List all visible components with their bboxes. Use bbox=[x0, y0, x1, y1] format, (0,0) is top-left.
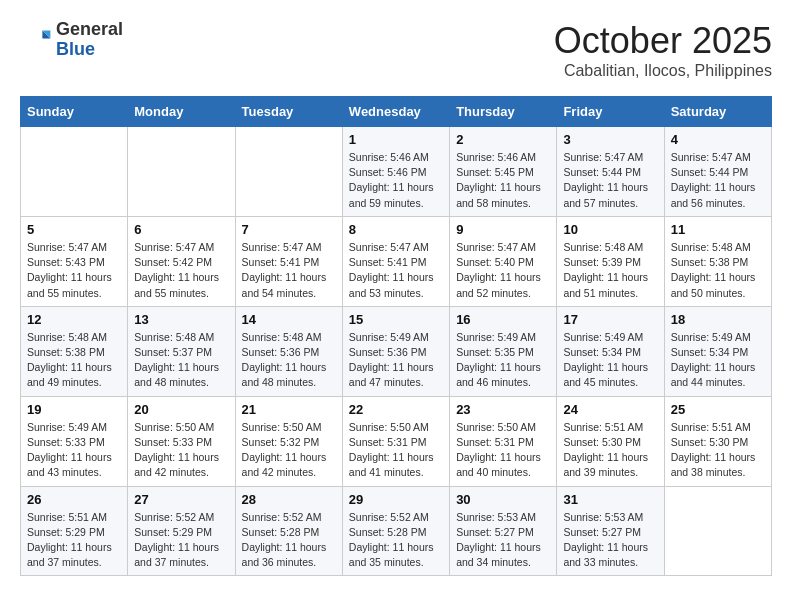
calendar-cell: 19Sunrise: 5:49 AMSunset: 5:33 PMDayligh… bbox=[21, 396, 128, 486]
calendar-cell bbox=[664, 486, 771, 576]
day-info: Sunrise: 5:49 AMSunset: 5:36 PMDaylight:… bbox=[349, 330, 443, 391]
day-info: Sunrise: 5:53 AMSunset: 5:27 PMDaylight:… bbox=[563, 510, 657, 571]
day-number: 4 bbox=[671, 132, 765, 147]
calendar-cell: 24Sunrise: 5:51 AMSunset: 5:30 PMDayligh… bbox=[557, 396, 664, 486]
day-info: Sunrise: 5:49 AMSunset: 5:33 PMDaylight:… bbox=[27, 420, 121, 481]
day-info: Sunrise: 5:52 AMSunset: 5:29 PMDaylight:… bbox=[134, 510, 228, 571]
calendar-cell: 14Sunrise: 5:48 AMSunset: 5:36 PMDayligh… bbox=[235, 306, 342, 396]
day-number: 28 bbox=[242, 492, 336, 507]
day-info: Sunrise: 5:46 AMSunset: 5:46 PMDaylight:… bbox=[349, 150, 443, 211]
day-info: Sunrise: 5:47 AMSunset: 5:41 PMDaylight:… bbox=[242, 240, 336, 301]
day-number: 23 bbox=[456, 402, 550, 417]
weekday-header: Sunday bbox=[21, 97, 128, 127]
day-info: Sunrise: 5:49 AMSunset: 5:34 PMDaylight:… bbox=[671, 330, 765, 391]
day-number: 30 bbox=[456, 492, 550, 507]
day-number: 3 bbox=[563, 132, 657, 147]
calendar-cell: 25Sunrise: 5:51 AMSunset: 5:30 PMDayligh… bbox=[664, 396, 771, 486]
calendar-cell: 7Sunrise: 5:47 AMSunset: 5:41 PMDaylight… bbox=[235, 216, 342, 306]
day-info: Sunrise: 5:49 AMSunset: 5:34 PMDaylight:… bbox=[563, 330, 657, 391]
calendar-cell: 12Sunrise: 5:48 AMSunset: 5:38 PMDayligh… bbox=[21, 306, 128, 396]
day-info: Sunrise: 5:47 AMSunset: 5:44 PMDaylight:… bbox=[563, 150, 657, 211]
day-number: 11 bbox=[671, 222, 765, 237]
day-number: 12 bbox=[27, 312, 121, 327]
day-info: Sunrise: 5:48 AMSunset: 5:38 PMDaylight:… bbox=[27, 330, 121, 391]
calendar-cell: 30Sunrise: 5:53 AMSunset: 5:27 PMDayligh… bbox=[450, 486, 557, 576]
day-info: Sunrise: 5:51 AMSunset: 5:30 PMDaylight:… bbox=[563, 420, 657, 481]
day-info: Sunrise: 5:50 AMSunset: 5:32 PMDaylight:… bbox=[242, 420, 336, 481]
calendar-cell: 1Sunrise: 5:46 AMSunset: 5:46 PMDaylight… bbox=[342, 127, 449, 217]
day-info: Sunrise: 5:52 AMSunset: 5:28 PMDaylight:… bbox=[242, 510, 336, 571]
weekday-header: Friday bbox=[557, 97, 664, 127]
logo-general: General bbox=[56, 20, 123, 40]
day-number: 9 bbox=[456, 222, 550, 237]
day-number: 29 bbox=[349, 492, 443, 507]
weekday-header-row: SundayMondayTuesdayWednesdayThursdayFrid… bbox=[21, 97, 772, 127]
day-number: 10 bbox=[563, 222, 657, 237]
day-info: Sunrise: 5:47 AMSunset: 5:40 PMDaylight:… bbox=[456, 240, 550, 301]
calendar-cell: 16Sunrise: 5:49 AMSunset: 5:35 PMDayligh… bbox=[450, 306, 557, 396]
day-number: 31 bbox=[563, 492, 657, 507]
calendar-cell: 13Sunrise: 5:48 AMSunset: 5:37 PMDayligh… bbox=[128, 306, 235, 396]
calendar-cell: 27Sunrise: 5:52 AMSunset: 5:29 PMDayligh… bbox=[128, 486, 235, 576]
day-number: 19 bbox=[27, 402, 121, 417]
day-info: Sunrise: 5:48 AMSunset: 5:36 PMDaylight:… bbox=[242, 330, 336, 391]
calendar-cell: 5Sunrise: 5:47 AMSunset: 5:43 PMDaylight… bbox=[21, 216, 128, 306]
calendar-cell: 17Sunrise: 5:49 AMSunset: 5:34 PMDayligh… bbox=[557, 306, 664, 396]
page-header: General Blue October 2025 Cabalitian, Il… bbox=[20, 20, 772, 80]
day-number: 18 bbox=[671, 312, 765, 327]
day-number: 16 bbox=[456, 312, 550, 327]
day-info: Sunrise: 5:47 AMSunset: 5:43 PMDaylight:… bbox=[27, 240, 121, 301]
day-info: Sunrise: 5:48 AMSunset: 5:37 PMDaylight:… bbox=[134, 330, 228, 391]
day-number: 8 bbox=[349, 222, 443, 237]
day-info: Sunrise: 5:48 AMSunset: 5:38 PMDaylight:… bbox=[671, 240, 765, 301]
weekday-header: Wednesday bbox=[342, 97, 449, 127]
calendar-week-row: 5Sunrise: 5:47 AMSunset: 5:43 PMDaylight… bbox=[21, 216, 772, 306]
day-info: Sunrise: 5:50 AMSunset: 5:31 PMDaylight:… bbox=[349, 420, 443, 481]
calendar-cell: 10Sunrise: 5:48 AMSunset: 5:39 PMDayligh… bbox=[557, 216, 664, 306]
weekday-header: Thursday bbox=[450, 97, 557, 127]
day-info: Sunrise: 5:49 AMSunset: 5:35 PMDaylight:… bbox=[456, 330, 550, 391]
logo-icon bbox=[20, 24, 52, 56]
calendar-cell: 9Sunrise: 5:47 AMSunset: 5:40 PMDaylight… bbox=[450, 216, 557, 306]
calendar-cell: 23Sunrise: 5:50 AMSunset: 5:31 PMDayligh… bbox=[450, 396, 557, 486]
calendar-cell: 11Sunrise: 5:48 AMSunset: 5:38 PMDayligh… bbox=[664, 216, 771, 306]
calendar-cell bbox=[21, 127, 128, 217]
calendar-cell: 20Sunrise: 5:50 AMSunset: 5:33 PMDayligh… bbox=[128, 396, 235, 486]
calendar-cell bbox=[235, 127, 342, 217]
calendar-week-row: 1Sunrise: 5:46 AMSunset: 5:46 PMDaylight… bbox=[21, 127, 772, 217]
day-number: 24 bbox=[563, 402, 657, 417]
day-info: Sunrise: 5:50 AMSunset: 5:33 PMDaylight:… bbox=[134, 420, 228, 481]
calendar-cell: 31Sunrise: 5:53 AMSunset: 5:27 PMDayligh… bbox=[557, 486, 664, 576]
calendar-cell: 6Sunrise: 5:47 AMSunset: 5:42 PMDaylight… bbox=[128, 216, 235, 306]
calendar-cell: 8Sunrise: 5:47 AMSunset: 5:41 PMDaylight… bbox=[342, 216, 449, 306]
day-info: Sunrise: 5:51 AMSunset: 5:29 PMDaylight:… bbox=[27, 510, 121, 571]
calendar-cell: 26Sunrise: 5:51 AMSunset: 5:29 PMDayligh… bbox=[21, 486, 128, 576]
day-info: Sunrise: 5:51 AMSunset: 5:30 PMDaylight:… bbox=[671, 420, 765, 481]
calendar-week-row: 26Sunrise: 5:51 AMSunset: 5:29 PMDayligh… bbox=[21, 486, 772, 576]
calendar-week-row: 19Sunrise: 5:49 AMSunset: 5:33 PMDayligh… bbox=[21, 396, 772, 486]
day-info: Sunrise: 5:50 AMSunset: 5:31 PMDaylight:… bbox=[456, 420, 550, 481]
day-number: 26 bbox=[27, 492, 121, 507]
day-number: 22 bbox=[349, 402, 443, 417]
day-number: 15 bbox=[349, 312, 443, 327]
calendar-cell: 22Sunrise: 5:50 AMSunset: 5:31 PMDayligh… bbox=[342, 396, 449, 486]
day-number: 21 bbox=[242, 402, 336, 417]
calendar-cell: 2Sunrise: 5:46 AMSunset: 5:45 PMDaylight… bbox=[450, 127, 557, 217]
calendar-table: SundayMondayTuesdayWednesdayThursdayFrid… bbox=[20, 96, 772, 576]
day-number: 14 bbox=[242, 312, 336, 327]
calendar-cell: 15Sunrise: 5:49 AMSunset: 5:36 PMDayligh… bbox=[342, 306, 449, 396]
calendar-cell: 3Sunrise: 5:47 AMSunset: 5:44 PMDaylight… bbox=[557, 127, 664, 217]
day-number: 25 bbox=[671, 402, 765, 417]
day-info: Sunrise: 5:52 AMSunset: 5:28 PMDaylight:… bbox=[349, 510, 443, 571]
day-info: Sunrise: 5:46 AMSunset: 5:45 PMDaylight:… bbox=[456, 150, 550, 211]
day-number: 7 bbox=[242, 222, 336, 237]
title-block: October 2025 Cabalitian, Ilocos, Philipp… bbox=[554, 20, 772, 80]
month-title: October 2025 bbox=[554, 20, 772, 62]
calendar-cell bbox=[128, 127, 235, 217]
day-number: 27 bbox=[134, 492, 228, 507]
day-number: 5 bbox=[27, 222, 121, 237]
day-number: 6 bbox=[134, 222, 228, 237]
day-number: 2 bbox=[456, 132, 550, 147]
day-number: 1 bbox=[349, 132, 443, 147]
day-info: Sunrise: 5:47 AMSunset: 5:44 PMDaylight:… bbox=[671, 150, 765, 211]
